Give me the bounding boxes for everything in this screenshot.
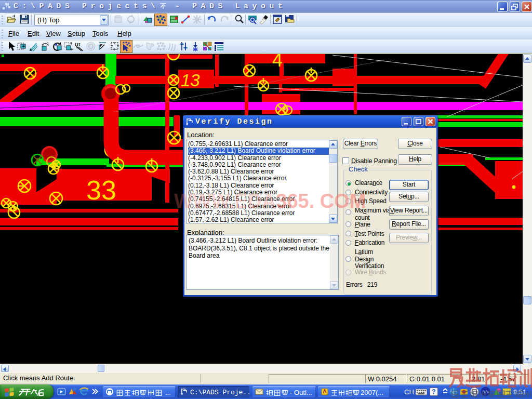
svg-text:13: 13 <box>181 71 200 90</box>
svg-text:33: 33 <box>86 175 116 205</box>
svg-text:4: 4 <box>272 54 283 71</box>
svg-text:U1: U1 <box>75 42 81 47</box>
